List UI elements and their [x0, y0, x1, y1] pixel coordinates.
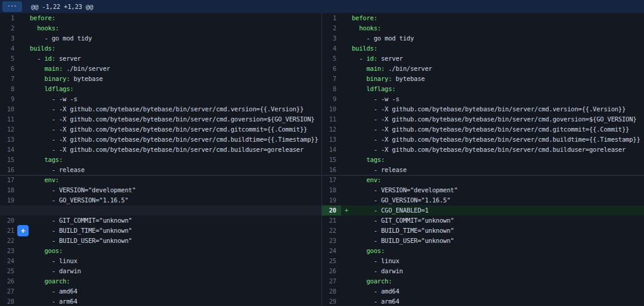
code-line	[30, 205, 321, 216]
line-number[interactable]: 1	[322, 13, 341, 23]
diff-row: 11 - -X github.com/bytebase/bytebase/bin…	[0, 114, 321, 124]
diff-marker	[19, 94, 30, 104]
line-number[interactable]: 19	[0, 195, 19, 205]
diff-marker	[341, 43, 352, 54]
line-number[interactable]: 2	[322, 23, 341, 33]
line-number[interactable]: 29	[322, 296, 341, 306]
code-text: - amd64	[352, 288, 400, 295]
diff-marker	[19, 124, 30, 135]
expand-diff-button[interactable]: ···	[2, 1, 22, 12]
yaml-key: before:	[30, 14, 55, 21]
diff-row-placeholder	[0, 205, 321, 216]
line-number[interactable]: 26	[0, 276, 19, 286]
yaml-key: main:	[45, 65, 63, 72]
line-number[interactable]: 3	[0, 33, 19, 43]
line-number[interactable]: 21	[0, 226, 19, 236]
line-number[interactable]: 27	[322, 276, 341, 286]
code-line: - GO_VERSION="1.16.5"	[30, 195, 321, 205]
code-line: goos:	[352, 246, 644, 256]
code-text: - darwin	[352, 267, 403, 274]
diff-marker	[341, 276, 352, 286]
line-number[interactable]: 4	[0, 43, 19, 54]
line-number[interactable]: 19	[322, 195, 341, 205]
diff-row: 13 - -X github.com/bytebase/bytebase/bin…	[0, 135, 321, 145]
line-number[interactable]: 28	[322, 286, 341, 296]
code-line: hooks:	[352, 23, 644, 33]
line-number[interactable]: 2	[0, 23, 19, 33]
diff-marker	[341, 185, 352, 195]
diff-row: 23 - BUILD_USER="unknown"	[322, 236, 644, 246]
line-number[interactable]: 23	[322, 236, 341, 246]
line-number[interactable]: 14	[322, 145, 341, 155]
diff-marker	[19, 114, 30, 124]
code-line: - BUILD_USER="unknown"	[352, 236, 644, 246]
code-text: - -X github.com/bytebase/bytebase/bin/se…	[30, 146, 304, 153]
line-number[interactable]: 12	[0, 124, 19, 135]
line-number[interactable]: 15	[0, 155, 19, 165]
line-number[interactable]: 3	[322, 33, 341, 43]
diff-row: 21+ - BUILD_TIME="unknown"	[0, 226, 321, 236]
line-number[interactable]: 8	[0, 84, 19, 94]
code-line: - -w -s	[352, 94, 644, 104]
line-number[interactable]: 7	[0, 74, 19, 84]
line-number[interactable]: 11	[0, 114, 19, 124]
add-comment-button[interactable]: +	[17, 225, 29, 236]
line-number[interactable]: 6	[322, 64, 341, 74]
line-number[interactable]: 13	[322, 135, 341, 145]
code-text	[352, 156, 367, 163]
code-line: - -X github.com/bytebase/bytebase/bin/se…	[352, 124, 644, 135]
line-number[interactable]: 11	[322, 114, 341, 124]
line-number[interactable]: 8	[322, 84, 341, 94]
code-text: -	[352, 55, 367, 62]
code-text	[30, 75, 45, 82]
line-number[interactable]: 26	[322, 266, 341, 276]
diff-row: 27 - amd64	[0, 286, 321, 296]
line-number[interactable]: 22	[322, 226, 341, 236]
line-number[interactable]: 9	[0, 94, 19, 104]
line-number[interactable]: 21	[322, 216, 341, 226]
yaml-key: goos:	[367, 247, 385, 254]
code-line: builds:	[30, 43, 321, 54]
line-number[interactable]: 17	[322, 175, 341, 185]
line-number[interactable]: 16	[0, 165, 19, 175]
line-number[interactable]: 25	[0, 266, 19, 276]
line-number[interactable]: 6	[0, 64, 19, 74]
line-number[interactable]: 4	[322, 43, 341, 54]
line-number[interactable]: 18	[322, 185, 341, 195]
line-number[interactable]: 12	[322, 124, 341, 135]
line-number[interactable]: 10	[0, 104, 19, 114]
line-number[interactable]: 7	[322, 74, 341, 84]
line-number[interactable]: 1	[0, 13, 19, 23]
line-number[interactable]: 17	[0, 175, 19, 185]
diff-row: 25 - linux	[322, 256, 644, 266]
line-number[interactable]: 25	[322, 256, 341, 266]
code-text	[30, 156, 45, 163]
diff-row: 1before:	[322, 13, 644, 23]
line-number[interactable]: 22	[0, 236, 19, 246]
line-number[interactable]: 20	[322, 205, 341, 216]
line-number[interactable]: 13	[0, 135, 19, 145]
code-text: ./bin/server	[385, 65, 432, 72]
diff-marker	[341, 145, 352, 155]
hunk-header: ··· @@ -1,22 +1,23 @@	[0, 0, 644, 13]
diff-row: 8 ldflags:	[322, 84, 644, 94]
diff-marker	[19, 135, 30, 145]
line-number[interactable]: 23	[0, 246, 19, 256]
line-number[interactable]: 20	[0, 216, 19, 226]
line-number[interactable]: 16	[322, 165, 341, 175]
yaml-key: tags:	[367, 156, 385, 163]
line-number[interactable]: 9	[322, 94, 341, 104]
diff-marker	[19, 43, 30, 54]
line-number[interactable]: 15	[322, 155, 341, 165]
line-number[interactable]: 24	[322, 246, 341, 256]
diff-marker	[341, 286, 352, 296]
line-number[interactable]: 28	[0, 296, 19, 306]
line-number[interactable]: 18	[0, 185, 19, 195]
line-number[interactable]: 14	[0, 145, 19, 155]
line-number[interactable]: 27	[0, 286, 19, 296]
line-number[interactable]: 24	[0, 256, 19, 266]
code-line: - arm64	[30, 296, 321, 306]
line-number[interactable]: 5	[322, 54, 341, 64]
line-number[interactable]: 10	[322, 104, 341, 114]
line-number[interactable]: 5	[0, 54, 19, 64]
